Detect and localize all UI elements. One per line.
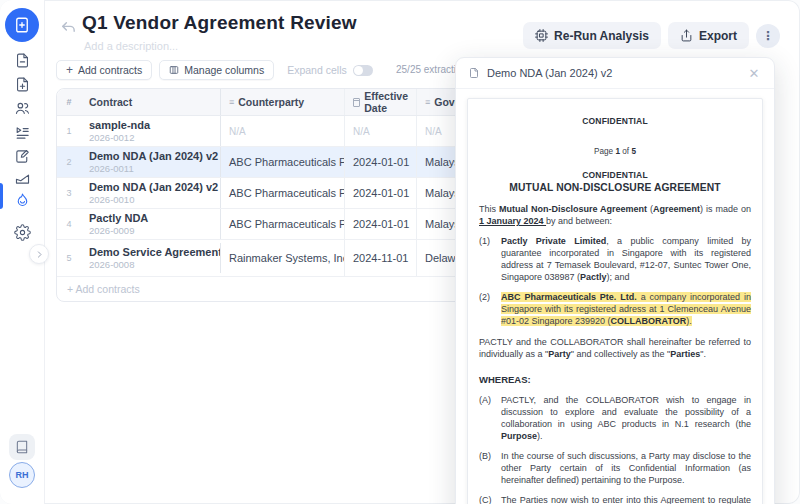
row-number: 5 [57, 250, 81, 266]
new-contract-button[interactable] [5, 8, 39, 42]
doc-text: In the course of such discussions, a Par… [501, 451, 751, 485]
close-icon: ✕ [749, 66, 760, 81]
highlighted-text: COLLABORATOR [611, 316, 687, 326]
plus-icon: + [66, 64, 73, 76]
cpu-icon [535, 29, 548, 42]
doc-party-2: (2)ABC Pharmaceuticals Pte. Ltd. a compa… [479, 291, 751, 327]
counterparty-cell[interactable]: ABC Pharmaceuticals Pte. Ltd. [221, 209, 345, 239]
effective-date-cell[interactable]: 2024-01-01 [345, 209, 417, 239]
contract-name: Pactly NDA [89, 212, 220, 224]
description-input[interactable]: Add a description... [84, 40, 178, 52]
effective-date-cell[interactable]: N/A [345, 116, 417, 146]
doc-text: Pactly [580, 272, 607, 282]
clause-body: PACTLY, and the COLLABORATOR wish to eng… [501, 394, 751, 442]
export-label: Export [699, 29, 737, 43]
document-sheet: CONFIDENTIALPage 1 of 5CONFIDENTIALMUTUA… [467, 98, 763, 504]
doc-text: Agreement [653, 204, 700, 214]
contract-cell[interactable]: sample-nda2026-0012 [81, 116, 221, 146]
doc-text: PACTLY, and the COLLABORATOR wish to eng… [501, 395, 751, 429]
doc-party-1: (1)Pactly Private Limited, a public comp… [479, 235, 751, 283]
text-icon: ≡ [229, 98, 234, 107]
effective-date-cell[interactable]: 2024-01-01 [345, 147, 417, 177]
column-header-contract[interactable]: Contract [81, 89, 221, 115]
export-button[interactable]: Export [668, 22, 749, 49]
doc-parties-clause: PACTLY and the COLLABORATOR shall herein… [479, 336, 751, 360]
back-button[interactable] [60, 20, 78, 38]
contract-cell[interactable]: Demo Service Agreements2026-0008 [81, 243, 221, 273]
active-indicator [0, 183, 3, 209]
rerun-analysis-label: Re-Run Analysis [554, 29, 649, 43]
chart-icon [14, 170, 31, 187]
manage-columns-label: Manage columns [184, 64, 264, 76]
drafting-button[interactable] [10, 144, 34, 168]
expand-cells-label: Expand cells [287, 64, 347, 76]
undo-arrow-icon [60, 20, 77, 37]
column-header-index[interactable]: # [57, 89, 81, 115]
clause-number: (B) [479, 450, 501, 486]
flame-icon [14, 192, 31, 209]
text-icon: ≡ [425, 98, 430, 107]
header-actions: Re-Run Analysis Export ⋮ [523, 22, 780, 49]
book-icon [15, 440, 29, 454]
row-number: 2 [57, 154, 81, 170]
share-icon [680, 29, 693, 42]
app-window: RH Q1 Vendor Agreement Review Add a desc… [0, 0, 800, 504]
contracts-button[interactable] [10, 48, 34, 72]
rerun-analysis-button[interactable]: Re-Run Analysis [523, 22, 661, 49]
column-label: Contract [89, 96, 132, 108]
users-icon [14, 100, 31, 117]
contract-id: 2026-0010 [89, 194, 220, 205]
library-button[interactable] [9, 434, 35, 460]
contract-cell[interactable]: Pactly NDA2026-0009 [81, 209, 221, 239]
reports-button[interactable] [10, 166, 34, 190]
contract-name: Demo NDA (Jan 2024) v2 [89, 181, 220, 193]
chevron-right-icon [35, 250, 44, 259]
contract-cell[interactable]: Demo NDA (Jan 2024) v22026-0010 [81, 178, 221, 208]
expand-cells-toggle[interactable] [353, 65, 373, 76]
playbooks-button[interactable] [10, 120, 34, 144]
counterparty-cell[interactable]: ABC Pharmaceuticals Pte. Ltd. [221, 178, 345, 208]
more-options-button[interactable]: ⋮ [756, 24, 780, 48]
row-number: 4 [57, 216, 81, 232]
row-number: 3 [57, 185, 81, 201]
document-panel-header: Demo NDA (Jan 2024) v2 ✕ [456, 58, 774, 89]
close-panel-button[interactable]: ✕ [746, 65, 762, 81]
doc-text: The Parties now wish to enter into this … [501, 495, 751, 504]
calendar-icon [353, 98, 360, 107]
column-label: Counterparty [238, 96, 304, 108]
column-header-effective_date[interactable]: Effective Date [345, 89, 417, 115]
manage-columns-button[interactable]: Manage columns [159, 60, 274, 80]
contract-id: 2026-0011 [89, 163, 220, 174]
doc-text: Party [548, 349, 571, 359]
add-contracts-button[interactable]: + Add contracts [56, 60, 152, 80]
page-title: Q1 Vendor Agreement Review [82, 12, 357, 34]
effective-date-cell[interactable]: 2024-01-01 [345, 178, 417, 208]
highlighted-text: ). [686, 316, 692, 326]
settings-button[interactable] [10, 220, 34, 244]
file-icon [468, 67, 480, 79]
doc-text: Mutual Non-Disclosure Agreement [499, 204, 647, 214]
doc-text: 5 [631, 147, 636, 156]
counterparty-cell[interactable]: ABC Pharmaceuticals Pte. Ltd. [221, 147, 345, 177]
doc-text: by and between: [546, 216, 612, 226]
doc-text: CONFIDENTIAL [582, 170, 648, 180]
document-page: CONFIDENTIALPage 1 of 5CONFIDENTIALMUTUA… [479, 115, 751, 504]
counterparty-cell[interactable]: Rainmaker Systems, Inc. [221, 240, 345, 276]
team-button[interactable] [10, 96, 34, 120]
doc-text: Page [594, 147, 615, 156]
insights-button[interactable] [10, 188, 34, 212]
effective-date-cell[interactable]: 2024-11-01 [345, 240, 417, 276]
sidebar-expand-button[interactable] [29, 244, 49, 264]
column-header-counterparty[interactable]: ≡Counterparty [221, 89, 345, 115]
clause-number: (2) [479, 291, 501, 327]
clause-number: (1) [479, 235, 501, 283]
contract-cell[interactable]: Demo NDA (Jan 2024) v22026-0011 [81, 147, 221, 177]
doc-text: MUTUAL NON-DISCLOSURE AGREEMENT [509, 182, 720, 193]
clause-body: The Parties now wish to enter into this … [501, 494, 751, 504]
table-toolbar: + Add contracts Manage columns Expand ce… [56, 61, 373, 79]
clause-number: (A) [479, 394, 501, 442]
doc-page-number: Page 1 of 5 [479, 146, 751, 158]
counterparty-cell[interactable]: N/A [221, 116, 345, 146]
import-contract-button[interactable] [10, 72, 34, 96]
user-avatar[interactable]: RH [9, 462, 35, 488]
